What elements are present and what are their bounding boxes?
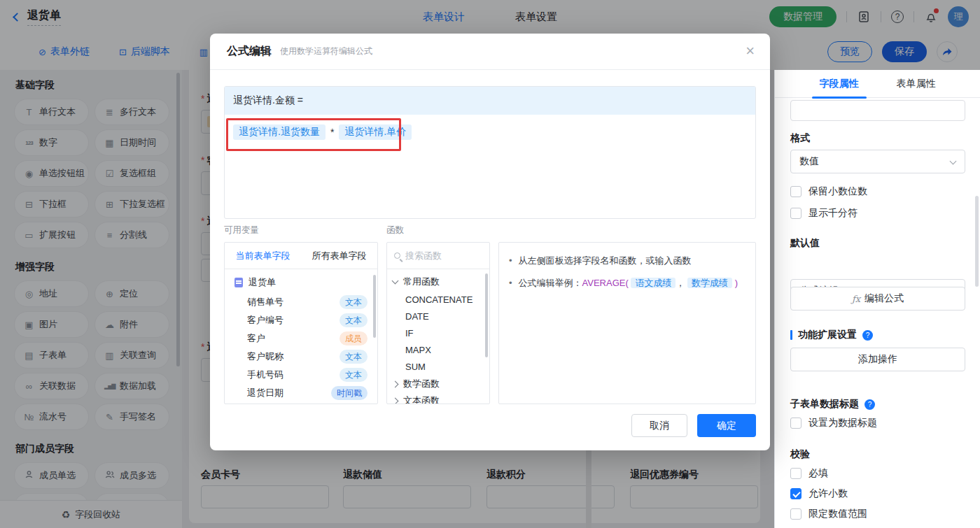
modal-backdrop[interactable] xyxy=(774,0,980,70)
modal-subtitle: 使用数学运算符编辑公式 xyxy=(280,45,372,57)
example-field-chip: 数学成绩 xyxy=(687,278,732,288)
set-data-title-checkbox[interactable] xyxy=(790,418,802,429)
field-name-input[interactable] xyxy=(790,100,965,121)
function-group-common[interactable]: 常用函数 xyxy=(387,273,489,290)
caret-right-icon xyxy=(392,397,399,404)
help-line-2: • 公式编辑举例：AVERAGE( 语文成绩， 数学成绩 ) xyxy=(509,276,746,290)
formula-editor-area[interactable]: 退货详情.金额 = 退货详情.退货数量 * 退货详情.单价 xyxy=(224,86,756,219)
allow-decimal-checkbox[interactable] xyxy=(790,488,802,499)
caret-down-icon xyxy=(392,278,399,285)
variable-row[interactable]: 客户昵称文本 xyxy=(225,348,377,366)
function-item[interactable]: SUM xyxy=(387,358,489,375)
extension-settings-title: 功能扩展设置 xyxy=(798,329,857,341)
set-data-title-label: 设置为数据标题 xyxy=(808,417,877,429)
edit-formula-button[interactable]: ƒx 编辑公式 xyxy=(790,287,965,311)
limit-range-option[interactable]: 限定数值范围 xyxy=(790,508,965,520)
function-name: SUM xyxy=(405,362,426,372)
thousand-separator-option[interactable]: 显示千分符 xyxy=(790,207,965,220)
formula-expression: 退货详情.退货数量 * 退货详情.单价 xyxy=(233,124,412,140)
tab-all-form-fields[interactable]: 所有表单字段 xyxy=(301,243,377,269)
function-search-input[interactable] xyxy=(405,250,475,261)
confirm-button[interactable]: 确定 xyxy=(697,414,756,437)
section-accent-bar xyxy=(790,330,792,340)
function-item[interactable]: CONCATENATE xyxy=(387,291,489,308)
function-name: IF xyxy=(405,328,414,338)
format-label: 格式 xyxy=(790,132,965,145)
function-group-label: 数学函数 xyxy=(403,378,440,390)
variable-name: 退货日期 xyxy=(247,387,284,399)
variables-pane-label: 可用变量 xyxy=(224,224,259,236)
set-data-title-option[interactable]: 设置为数据标题 xyxy=(790,417,965,429)
type-badge: 成员 xyxy=(340,331,368,345)
function-item[interactable]: IF xyxy=(387,324,489,341)
variables-scrollbar-thumb[interactable] xyxy=(373,275,376,338)
question-badge-icon[interactable]: ? xyxy=(862,330,873,341)
function-search xyxy=(387,243,489,269)
formula-editor-modal: 公式编辑 使用数学运算符编辑公式 × 退货详情.金额 = 退货详情.退货数量 *… xyxy=(210,34,770,450)
decimal-places-option[interactable]: 保留小数位数 xyxy=(790,185,965,198)
type-badge: 文本 xyxy=(340,295,368,309)
variable-name: 客户 xyxy=(247,332,265,345)
function-item[interactable]: DATE xyxy=(387,308,489,324)
formula-field-chip[interactable]: 退货详情.退货数量 xyxy=(233,124,326,140)
form-doc-icon xyxy=(234,278,243,287)
functions-scrollbar-thumb[interactable] xyxy=(485,273,488,357)
required-option[interactable]: 必填 xyxy=(790,467,965,480)
default-value-label: 默认值 xyxy=(790,237,965,250)
decimal-places-checkbox[interactable] xyxy=(790,186,802,197)
subform-title-header: 子表单数据标题 ? xyxy=(790,398,965,411)
variables-panel: 当前表单字段 所有表单字段 退货单 销售单号文本 客户编号文本 客户成员 客户昵… xyxy=(224,242,378,404)
type-badge: 文本 xyxy=(340,350,368,364)
add-action-button[interactable]: 添加操作 xyxy=(790,348,965,371)
required-checkbox[interactable] xyxy=(790,468,802,479)
thousand-separator-checkbox[interactable] xyxy=(790,208,802,219)
format-select[interactable]: 数值 xyxy=(790,150,965,173)
cancel-button[interactable]: 取消 xyxy=(631,414,687,437)
variable-row[interactable]: 手机号码文本 xyxy=(225,366,377,384)
app-window: 退货单 表单设计 表单设置 数据管理 ? xyxy=(0,0,980,528)
function-name: DATE xyxy=(405,311,429,322)
functions-panel: 常用函数 CONCATENATE DATE IF MAPX SUM 数学函数 文… xyxy=(386,242,490,404)
properties-panel: 字段属性 表单属性 格式 数值 保留小数位数 显示千分符 默认值 公式编辑 ƒx… xyxy=(774,70,980,528)
functions-pane-label: 函数 xyxy=(386,224,404,236)
modal-header: 公式编辑 使用数学运算符编辑公式 × xyxy=(210,34,770,70)
edit-formula-label: 编辑公式 xyxy=(864,292,904,305)
modal-title: 公式编辑 xyxy=(227,44,272,59)
variable-name: 客户昵称 xyxy=(247,350,284,363)
formula-operator: * xyxy=(330,127,334,138)
variable-tree-root[interactable]: 退货单 xyxy=(225,273,377,292)
variable-row[interactable]: 销售单号文本 xyxy=(225,293,377,311)
function-group-label: 文本函数 xyxy=(403,394,440,404)
function-group-math[interactable]: 数学函数 xyxy=(387,376,489,392)
bullet: • xyxy=(509,254,512,267)
variable-row[interactable]: 客户成员 xyxy=(225,329,377,348)
function-name: CONCATENATE xyxy=(405,294,472,305)
tab-current-form-fields[interactable]: 当前表单字段 xyxy=(225,243,301,269)
example-field-chip: 语文成绩 xyxy=(631,278,676,288)
caret-right-icon xyxy=(392,380,399,387)
limit-range-checkbox[interactable] xyxy=(790,508,802,520)
function-group-text[interactable]: 文本函数 xyxy=(387,392,489,404)
allow-decimal-option[interactable]: 允许小数 xyxy=(790,487,965,500)
function-group-label: 常用函数 xyxy=(403,276,440,288)
tab-form-properties[interactable]: 表单属性 xyxy=(897,78,936,90)
variable-row[interactable]: 客户编号文本 xyxy=(225,311,377,329)
properties-tabs: 字段属性 表单属性 xyxy=(775,70,980,98)
variable-name: 手机号码 xyxy=(247,369,284,381)
example-comma: ， xyxy=(676,278,685,288)
example-function-close: ) xyxy=(735,278,738,288)
help-panel: • 从左侧面板选择字段名和函数，或输入函数 • 公式编辑举例：AVERAGE( … xyxy=(498,242,756,404)
question-badge-icon[interactable]: ? xyxy=(864,399,875,410)
tab-field-properties[interactable]: 字段属性 xyxy=(820,78,859,90)
type-badge: 文本 xyxy=(340,368,368,382)
type-badge: 文本 xyxy=(340,313,368,327)
variable-name: 销售单号 xyxy=(247,296,284,308)
fx-icon: ƒx xyxy=(852,294,860,304)
extension-settings-header: 功能扩展设置 ? xyxy=(790,329,965,341)
panel-scrollbar-thumb[interactable] xyxy=(975,196,979,287)
subform-title-label: 子表单数据标题 xyxy=(790,398,859,411)
formula-field-chip[interactable]: 退货详情.单价 xyxy=(339,124,412,140)
variable-row[interactable]: 退货日期时间戳 xyxy=(225,384,377,402)
function-item[interactable]: MAPX xyxy=(387,341,489,358)
close-icon[interactable]: × xyxy=(746,43,755,59)
